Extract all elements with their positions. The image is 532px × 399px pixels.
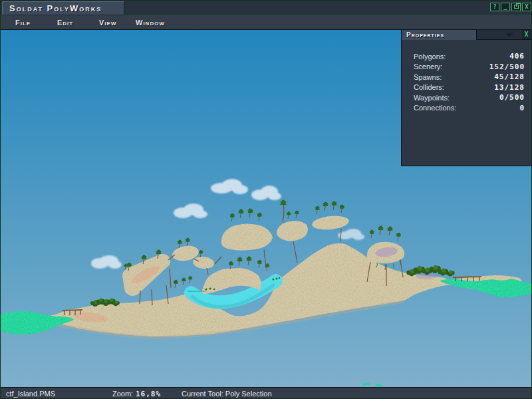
restore-icon <box>514 5 519 9</box>
properties-panel-title: Properties <box>406 31 444 39</box>
properties-panel: Properties X Polygons: 406 Scenery: 152/… <box>401 30 532 166</box>
help-button[interactable]: ? <box>490 3 499 11</box>
properties-panel-header[interactable]: Properties X <box>402 30 531 40</box>
menu-file[interactable]: File <box>15 15 31 30</box>
minimize-icon: _ <box>503 3 507 10</box>
status-zoom-value: 16,8% <box>136 388 161 399</box>
properties-panel-tab: Properties <box>402 30 477 40</box>
window-title: Soldat PolyWorks <box>9 3 102 13</box>
close-icon: X <box>524 31 528 38</box>
polyworks-window: Soldat PolyWorks ? _ X File Edit View Wi… <box>0 0 532 399</box>
property-row-polygons: Polygons: 406 <box>414 51 525 62</box>
chevron-down-icon[interactable] <box>505 33 513 37</box>
panel-close-button[interactable]: X <box>522 30 531 39</box>
status-bar: ctf_Island.PMS Zoom: 16,8% Current Tool:… <box>1 387 532 399</box>
property-row-connections: Connections: 0 <box>414 103 525 114</box>
status-filename: ctf_Island.PMS <box>6 388 55 399</box>
status-zoom-label: Zoom: <box>112 388 133 399</box>
map-canvas[interactable]: Properties X Polygons: 406 Scenery: 152/… <box>1 30 532 387</box>
property-row-spawns: Spawns: 45/128 <box>414 72 525 82</box>
properties-rows: Polygons: 406 Scenery: 152/500 Spawns: 4… <box>402 40 531 113</box>
status-current-tool: Current Tool: Poly Selection <box>182 388 272 399</box>
help-icon: ? <box>493 3 496 10</box>
property-row-scenery: Scenery: 152/500 <box>414 62 525 72</box>
title-bar[interactable]: Soldat PolyWorks ? _ X <box>1 1 532 15</box>
menu-bar: File Edit View Window <box>1 15 532 30</box>
minimize-button[interactable]: _ <box>501 3 510 11</box>
close-icon: X <box>525 3 528 10</box>
property-row-colliders: Colliders: 13/128 <box>414 82 525 93</box>
property-row-waypoints: Waypoints: 0/500 <box>414 92 525 103</box>
menu-edit[interactable]: Edit <box>57 15 73 30</box>
restore-button[interactable] <box>511 3 521 11</box>
window-title-tab: Soldat PolyWorks <box>2 1 124 15</box>
close-button[interactable]: X <box>522 3 531 11</box>
menu-window[interactable]: Window <box>136 15 165 30</box>
menu-view[interactable]: View <box>99 15 116 30</box>
window-controls: ? _ X <box>490 3 531 11</box>
